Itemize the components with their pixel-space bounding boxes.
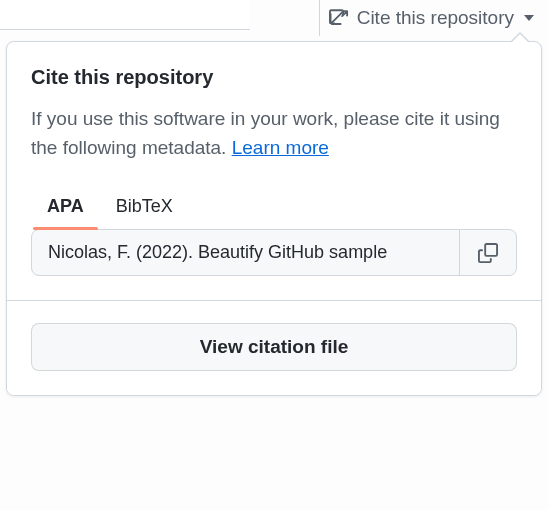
divider [319, 0, 320, 36]
citation-format-tabs: APA BibTeX [31, 188, 517, 229]
copy-citation-button[interactable] [460, 230, 516, 275]
cite-repository-popover: Cite this repository If you use this sof… [6, 41, 542, 396]
popover-footer: View citation file [7, 300, 541, 395]
cross-reference-icon [329, 8, 349, 28]
cite-repository-trigger[interactable]: Cite this repository [319, 0, 548, 36]
popover-caret [510, 32, 530, 42]
citation-box: Nicolas, F. (2022). Beautify GitHub samp… [31, 229, 517, 276]
copy-icon [478, 243, 498, 263]
popover-description: If you use this software in your work, p… [31, 105, 517, 162]
learn-more-link[interactable]: Learn more [232, 137, 329, 158]
popover-title: Cite this repository [31, 66, 517, 89]
caret-down-icon [524, 15, 534, 21]
cite-repository-trigger-label: Cite this repository [357, 7, 514, 29]
background-strip [0, 0, 250, 30]
tab-apa[interactable]: APA [45, 188, 86, 229]
citation-text[interactable]: Nicolas, F. (2022). Beautify GitHub samp… [32, 230, 460, 275]
view-citation-file-button[interactable]: View citation file [31, 323, 517, 371]
tab-bibtex[interactable]: BibTeX [114, 188, 175, 229]
